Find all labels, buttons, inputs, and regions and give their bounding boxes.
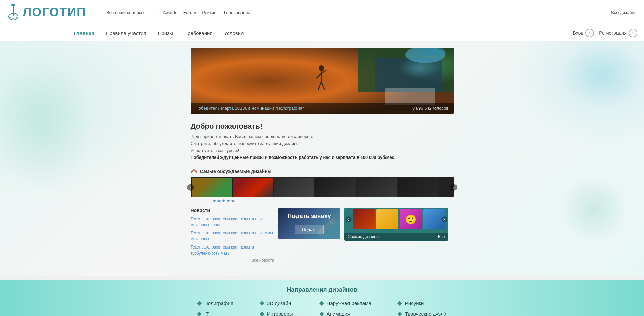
diamond-icon-1 [197, 301, 202, 305]
svg-rect-6 [385, 88, 435, 105]
all-designs-link[interactable]: Все дизайны [611, 10, 637, 15]
carousel-wrapper: ‹ › [191, 177, 454, 197]
section-title: Самые обсуждаемые дизайны [200, 169, 272, 174]
star-1: ★ [212, 198, 216, 204]
direction-3d[interactable]: 3D дизайн [260, 300, 293, 306]
star-3: ★ [222, 198, 226, 204]
diamond-icon-6 [319, 311, 324, 316]
logo-icon [7, 4, 20, 21]
fresh-item-1[interactable] [353, 209, 375, 229]
services-label: Все наши сервисы [106, 10, 144, 15]
main-nav: Главная Правила участия Призы Требования… [0, 25, 644, 41]
login-label: Вход [573, 30, 583, 36]
news-all: Все новости [191, 258, 274, 263]
diamond-icon-5 [319, 301, 324, 305]
hero-container: Победитель Марта 2013г. в номинации "Пол… [0, 41, 644, 114]
top-nav-links: Awards Forum Рейтинг Голосование [163, 10, 250, 15]
welcome-line1: Рады приветствовать Вас в нашем сообщест… [191, 134, 313, 139]
carousel-item-4[interactable] [315, 178, 356, 197]
star-2: ★ [217, 198, 221, 204]
direction-label-6: Анимация [327, 311, 350, 316]
directions-section: Направления дизайнов Полиграфия IT 3D ди… [0, 280, 644, 316]
discussed-section: Самые обсуждаемые дизайны ‹ › ★ ★ ★ [0, 168, 644, 197]
direction-animation[interactable]: Анимация [320, 311, 371, 316]
direction-interiors[interactable]: Интерьеры [260, 311, 293, 316]
direction-duels[interactable]: Творческие дуэли [398, 311, 446, 316]
star-5: ★ [231, 198, 235, 204]
top-right-links: Все дизайны [611, 10, 637, 15]
register-icon: › [629, 29, 637, 37]
section-header: Самые обсуждаемые дизайны [191, 168, 454, 175]
news-item-1: Текст заголовок тема кран копыта елки ма… [191, 216, 274, 228]
hero-caption-left: Победитель Марта 2013г. в номинации "Пол… [196, 106, 304, 111]
direction-drawings[interactable]: Рисунки [398, 300, 446, 306]
arrow-icon: —— [148, 9, 160, 16]
news-link-3[interactable]: Текст заголовок тема кран копыта турбуле… [191, 245, 254, 256]
carousel-item-3[interactable] [274, 178, 314, 197]
carousel-item-1[interactable] [192, 178, 232, 197]
svg-point-7 [319, 65, 324, 71]
nav-conditions[interactable]: Условия [224, 30, 244, 36]
news-link-2[interactable]: Текст заголовок тема кран копыта елки мм… [191, 231, 273, 241]
welcome-line2: Смотрите, обсуждайте, голосуйте за лучши… [191, 141, 298, 146]
welcome-highlight: Победителей ждут ценные призы и возможно… [191, 155, 396, 160]
login-button[interactable]: Вход › [573, 29, 594, 37]
news-link-1[interactable]: Текст заголовок тема кран копыта елки ма… [191, 217, 264, 227]
diamond-icon-4 [260, 311, 264, 316]
all-news-link[interactable]: Все новости [251, 258, 274, 263]
fresh-all[interactable]: Все [438, 234, 445, 239]
carousel-item-2[interactable] [233, 178, 273, 197]
register-button[interactable]: Регистрация › [599, 29, 637, 37]
direction-label-3: 3D дизайн [267, 300, 291, 306]
fresh-prev-button[interactable]: ‹ [345, 216, 352, 222]
directions-col-1: Полиграфия IT [198, 300, 233, 316]
carousel-prev-button[interactable]: ‹ [187, 184, 194, 191]
direction-polygraphy[interactable]: Полиграфия [198, 300, 233, 306]
directions-title: Направления дизайнов [0, 286, 644, 294]
logo-area[interactable]: ЛОГОТИП [7, 4, 86, 21]
fresh-block: ‹ 🙂 › Свежие дизайны Все [344, 208, 448, 241]
svg-rect-1 [13, 6, 14, 16]
direction-outdoor[interactable]: Наружная реклама [320, 300, 371, 306]
news-item-3: Текст заголовок тема кран копыта турбуле… [191, 244, 274, 256]
news-title: Новости [191, 208, 274, 213]
direction-label-8: Творческие дуэли [405, 311, 446, 316]
submit-title: Подать заявку [287, 213, 331, 220]
welcome-content: Добро пожаловать! Рады приветствовать Ва… [191, 120, 454, 163]
fresh-item-2[interactable] [376, 209, 398, 229]
main-nav-links: Главная Правила участия Призы Требования… [74, 30, 573, 36]
nav-rating[interactable]: Рейтинг [202, 10, 218, 15]
fresh-next-button[interactable]: › [441, 216, 447, 222]
auth-buttons: Вход › Регистрация › [573, 29, 637, 37]
fresh-footer: Свежие дизайны Все [344, 233, 448, 241]
logo-text: ЛОГОТИП [23, 5, 86, 19]
nav-home[interactable]: Главная [74, 30, 94, 36]
hero-nomination: в номинации "Полиграфия" [247, 106, 304, 111]
fresh-item-3[interactable]: 🙂 [400, 209, 422, 229]
carousel-item-6[interactable] [398, 178, 438, 197]
direction-label-1: Полиграфия [204, 300, 233, 306]
direction-label-4: Интерьеры [267, 311, 293, 316]
submit-block: Подать заявку Подать [278, 208, 340, 239]
nav-requirements[interactable]: Требования [185, 30, 213, 36]
nav-voting[interactable]: Голосование [224, 10, 250, 15]
carousel-items [191, 177, 439, 197]
nav-awards[interactable]: Awards [163, 10, 177, 15]
nav-prizes[interactable]: Призы [158, 30, 173, 36]
direction-label-5: Наружная реклама [327, 300, 371, 306]
carousel-next-button[interactable]: › [450, 184, 457, 191]
nav-rules[interactable]: Правила участия [106, 30, 146, 36]
nav-forum[interactable]: Forum [183, 10, 196, 15]
welcome-section: Добро пожаловать! Рады приветствовать Ва… [0, 120, 644, 163]
hero-banner: Победитель Марта 2013г. в номинации "Пол… [191, 48, 454, 114]
carousel-item-5[interactable] [357, 178, 397, 197]
directions-grid: Полиграфия IT 3D дизайн Интерьеры Наружн… [0, 300, 644, 316]
rainbow-icon [191, 168, 197, 175]
diamond-icon-3 [260, 301, 264, 305]
diamond-icon-8 [397, 311, 402, 316]
fresh-items: ‹ 🙂 › [344, 208, 448, 233]
bottom-inner: Новости Текст заголовок тема кран копыта… [191, 208, 454, 263]
direction-it[interactable]: IT [198, 311, 233, 316]
fresh-label: Свежие дизайны [348, 234, 379, 239]
submit-button[interactable]: Подать [295, 225, 324, 234]
